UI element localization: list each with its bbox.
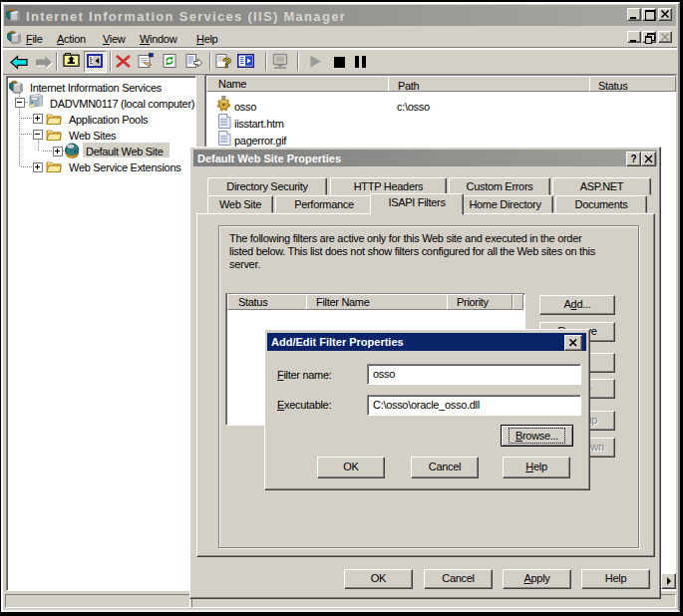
svg-text:?: ? [222, 54, 231, 70]
